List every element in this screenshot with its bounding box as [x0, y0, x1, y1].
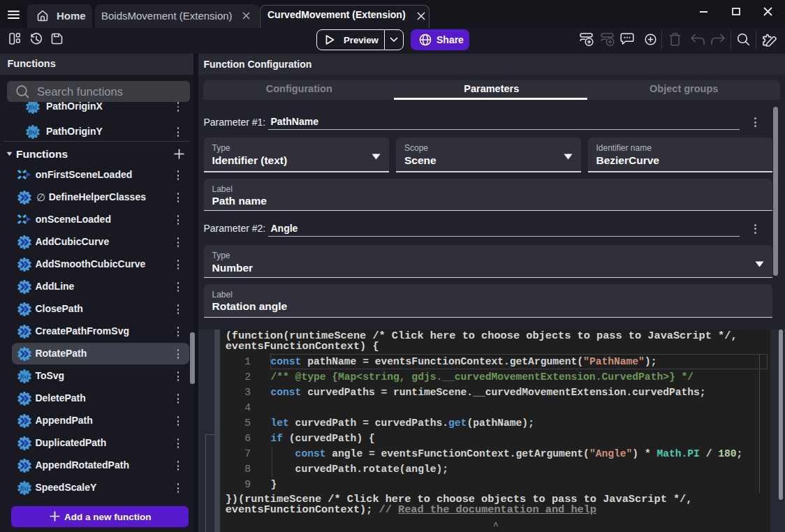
svg-text:f(x): f(x)	[29, 129, 37, 135]
svg-text:f(x): f(x)	[20, 485, 29, 492]
svg-text:f(x): f(x)	[20, 374, 29, 380]
